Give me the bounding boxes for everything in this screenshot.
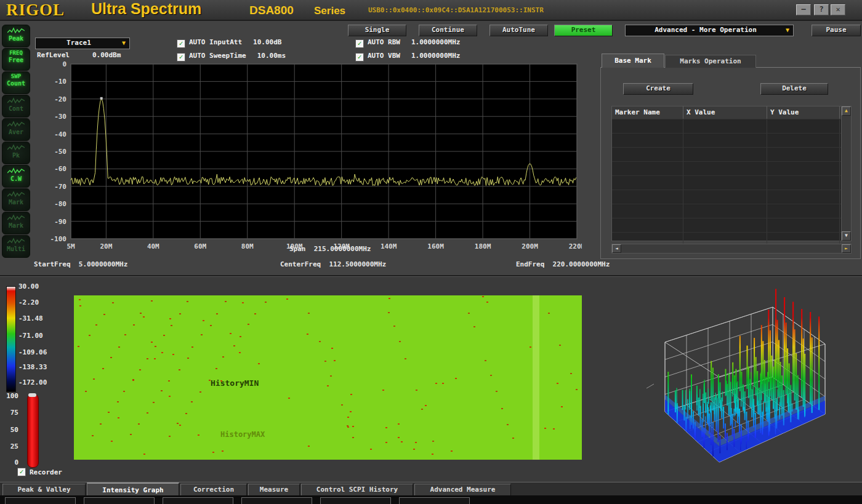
sidebar-item-label: C.W (2, 175, 30, 183)
setting-value: 10.00ms (257, 52, 286, 60)
sidebar-item-cont-3[interactable]: Cont (2, 95, 30, 118)
app-title: Ultra Spectrum (91, 0, 201, 18)
svg-text:-20: -20 (54, 95, 66, 103)
sidebar-item-count-2[interactable]: SWPCount (2, 71, 30, 94)
intensity-graph[interactable]: HistoryMINHistoryMAX (74, 295, 582, 460)
auto-inputatt-checkbox[interactable]: ✓ (177, 39, 185, 48)
bottom-button-1[interactable] (84, 497, 155, 504)
minimize-icon[interactable]: — (796, 4, 811, 15)
scroll-right-icon[interactable]: ► (842, 244, 851, 253)
tab-advanced-measure[interactable]: Advanced Measure (414, 484, 511, 497)
advanced-operation-dropdown[interactable]: ▼ Advanced - More Operation (625, 25, 794, 36)
bottom-button-2[interactable] (163, 497, 233, 504)
autotune-button[interactable]: AutoTune (489, 25, 548, 36)
help-icon[interactable]: ? (814, 4, 829, 15)
table-cell (612, 162, 683, 175)
sidebar-item-multi-9[interactable]: Multi (2, 235, 30, 258)
table-row[interactable] (612, 133, 841, 147)
tab-marks-operation[interactable]: Marks Operation (665, 55, 756, 68)
scroll-left-icon[interactable]: ◄ (612, 244, 621, 253)
sidebar-item-label: Aver (2, 129, 30, 136)
setting-label: AUTO InputAtt (189, 38, 242, 46)
column-header-y-value: Y Value (767, 106, 840, 119)
table-row[interactable] (612, 119, 841, 133)
setting-label: AUTO VBW (368, 52, 400, 60)
auto-setting-auto-inputatt: ✓AUTO InputAtt10.00dB (177, 38, 281, 47)
intensity-slider[interactable] (27, 394, 39, 468)
close-icon[interactable]: ✕ (831, 4, 845, 15)
waveform-icon (7, 121, 25, 129)
trace-select[interactable]: ▼ Trace1 (35, 38, 130, 49)
history-min-label: HistoryMIN (211, 378, 259, 388)
tab-correction[interactable]: Correction (180, 484, 247, 497)
sidebar-item-label: Mark (2, 199, 30, 206)
scale-label: -2.20 (18, 298, 39, 306)
table-cell (767, 148, 840, 161)
scroll-down-icon[interactable]: ▼ (842, 231, 851, 241)
rigol-logo: RIGOL (6, 1, 65, 20)
sidebar-item-peak-0[interactable]: Peak (2, 25, 30, 47)
table-cell (612, 148, 683, 161)
table-row[interactable] (612, 218, 841, 232)
marker-table-vscrollbar[interactable]: ▲ ▼ (841, 106, 852, 241)
chevron-down-icon: ▼ (122, 38, 126, 48)
marker-table-hscrollbar[interactable]: ◄ ► (611, 244, 852, 254)
bottom-button-5[interactable] (399, 497, 470, 504)
table-cell (612, 119, 683, 133)
center-freq-readout: CenterFreq 112.5000000MHz (280, 260, 386, 268)
tab-control-scpi-history[interactable]: Control SCPI History (301, 484, 413, 497)
setting-value: 10.00dB (253, 38, 281, 46)
recorder-checkbox[interactable]: ✓ (17, 468, 26, 476)
svg-text:160M: 160M (427, 242, 444, 250)
table-row[interactable] (612, 147, 841, 161)
sidebar-item-free-1[interactable]: FREQFree (2, 48, 30, 71)
preset-button[interactable]: Preset (554, 25, 613, 36)
slider-handle[interactable] (28, 393, 36, 397)
tab-base-mark[interactable]: Base Mark (602, 54, 664, 68)
svg-text:200M: 200M (522, 242, 538, 250)
sidebar-item-label: Multi (2, 246, 30, 253)
sidebar-item-top: SWP (2, 73, 30, 80)
bottom-button-3[interactable] (241, 497, 312, 504)
marker-table-header: Marker NameX ValueY Value (612, 106, 841, 119)
sidebar-item-c-w-6[interactable]: C.W (2, 165, 30, 188)
table-cell (612, 190, 683, 204)
scroll-up-icon[interactable]: ▲ (842, 106, 851, 116)
table-row[interactable] (612, 175, 841, 190)
tab-measure[interactable]: Measure (248, 484, 300, 497)
spectrum-plot: 0-10-20-30-40-50-60-70-80-90-1005M20M40M… (34, 60, 582, 252)
svg-text:80M: 80M (241, 242, 254, 250)
scale-label: -172.00 (18, 378, 47, 386)
intensity-section: 30.00-2.20-31.48-71.00-109.06-138.33-172… (0, 275, 862, 483)
waveform-icon (7, 191, 25, 199)
delete-marker-button[interactable]: Delete (760, 83, 828, 95)
table-row[interactable] (612, 204, 841, 218)
bottom-button-0[interactable] (5, 497, 76, 504)
auto-setting-auto-rbw: ✓AUTO RBW1.0000000MHz (355, 38, 460, 47)
continue-button[interactable]: Continue (419, 25, 477, 36)
create-marker-button[interactable]: Create (623, 83, 693, 95)
table-row[interactable] (612, 161, 841, 175)
sidebar-item-mark-7[interactable]: Mark (2, 188, 30, 211)
pause-button[interactable]: Pause (812, 25, 861, 36)
sidebar-item-mark-8[interactable]: Mark (2, 212, 30, 234)
svg-text:-30: -30 (54, 113, 66, 121)
setting-label: AUTO SweepTime (189, 52, 246, 60)
scale-label: -31.48 (18, 314, 43, 322)
single-button[interactable]: Single (348, 25, 406, 36)
model-label: DSA800 (249, 4, 294, 17)
waterfall-3d-plot[interactable] (622, 284, 862, 474)
bottom-button-4[interactable] (320, 497, 391, 504)
tab-peak-valley[interactable]: Peak & Valley (2, 484, 86, 497)
ultra-spectrum-app: RIGOL Ultra Spectrum DSA800 Series USB0:… (0, 0, 862, 504)
svg-text:140M: 140M (381, 242, 397, 250)
table-row[interactable] (612, 190, 841, 204)
sidebar-item-pk-5[interactable]: Pk (2, 142, 30, 164)
end-freq-readout: EndFreq 220.0000000MHz (516, 260, 610, 268)
sidebar-item-label: Peak (2, 35, 30, 42)
auto-rbw-checkbox[interactable]: ✓ (355, 39, 364, 48)
sidebar-item-aver-4[interactable]: Aver (2, 118, 30, 141)
sidebar-item-label: Free (2, 57, 30, 64)
setting-label: AUTO RBW (368, 38, 400, 46)
table-cell (767, 119, 840, 133)
